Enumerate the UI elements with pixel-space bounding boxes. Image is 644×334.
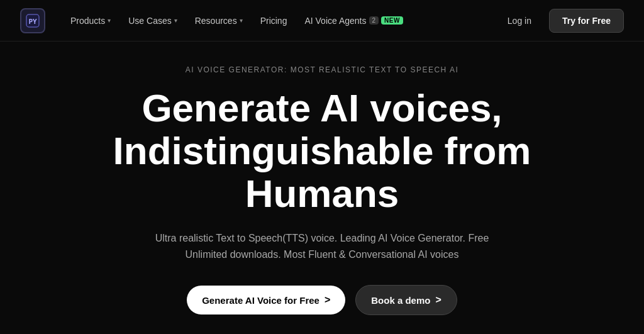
try-free-button[interactable]: Try for Free (549, 9, 624, 33)
chevron-down-icon: ▾ (108, 17, 111, 24)
chevron-down-icon: ▾ (240, 17, 243, 24)
nav-item-ai-voice-agents[interactable]: AI Voice Agents 2 NEW (297, 11, 410, 31)
nav-item-pricing[interactable]: Pricing (253, 11, 295, 31)
nav-right: Log in Try for Free (500, 9, 624, 33)
login-button[interactable]: Log in (500, 11, 539, 31)
arrow-icon: > (325, 294, 330, 306)
svg-text:PY: PY (28, 18, 37, 26)
generate-voice-button[interactable]: Generate AI Voice for Free > (187, 286, 345, 315)
nav-item-products[interactable]: Products ▾ (63, 11, 118, 31)
chevron-down-icon: ▾ (174, 17, 177, 24)
logo[interactable]: PY (20, 8, 45, 33)
hero-buttons: Generate AI Voice for Free > Book a demo… (187, 285, 457, 315)
hero-subtitle: AI VOICE GENERATOR: MOST REALISTIC TEXT … (186, 65, 459, 74)
nav-links: Products ▾ Use Cases ▾ Resources ▾ Prici… (63, 11, 411, 31)
hero-description: Ultra realistic Text to Speech(TTS) voic… (152, 230, 492, 262)
arrow-icon: > (435, 294, 441, 306)
navbar: PY Products ▾ Use Cases ▾ Resources ▾ Pr… (0, 0, 644, 42)
hero-title: Generate AI voices, Indistinguishable fr… (113, 87, 531, 216)
hero-section: AI VOICE GENERATOR: MOST REALISTIC TEXT … (0, 42, 644, 334)
nav-left: PY Products ▾ Use Cases ▾ Resources ▾ Pr… (20, 8, 411, 33)
new-badge: NEW (381, 16, 403, 25)
nav-item-resources[interactable]: Resources ▾ (187, 11, 250, 31)
nav-item-use-cases[interactable]: Use Cases ▾ (121, 11, 184, 31)
agent-count-badge: 2 (369, 16, 379, 25)
book-demo-button[interactable]: Book a demo > (355, 285, 457, 315)
